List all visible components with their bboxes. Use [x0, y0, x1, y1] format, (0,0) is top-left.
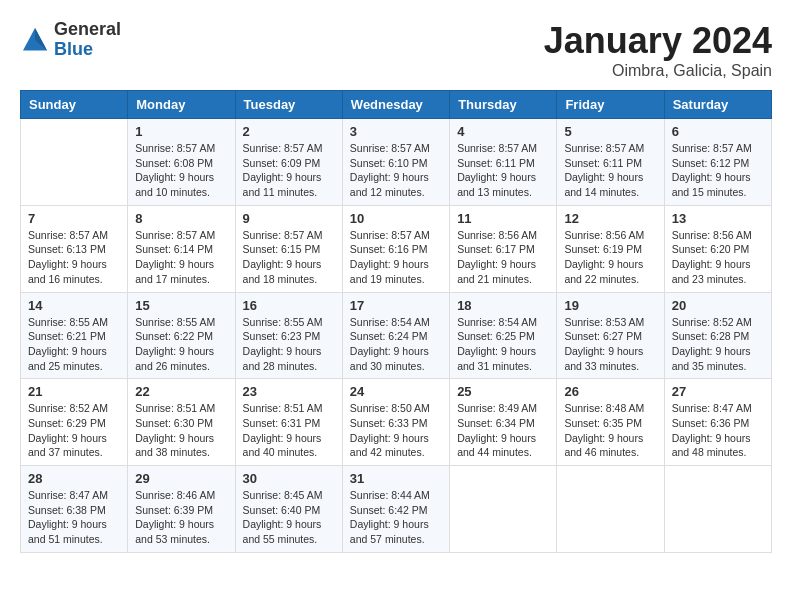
day-number: 8	[135, 211, 227, 226]
calendar-cell: 13Sunrise: 8:56 AM Sunset: 6:20 PM Dayli…	[664, 205, 771, 292]
day-number: 18	[457, 298, 549, 313]
day-number: 15	[135, 298, 227, 313]
weekday-header-saturday: Saturday	[664, 91, 771, 119]
day-info: Sunrise: 8:57 AM Sunset: 6:12 PM Dayligh…	[672, 141, 764, 200]
calendar-cell: 25Sunrise: 8:49 AM Sunset: 6:34 PM Dayli…	[450, 379, 557, 466]
day-number: 27	[672, 384, 764, 399]
calendar-cell: 31Sunrise: 8:44 AM Sunset: 6:42 PM Dayli…	[342, 466, 449, 553]
location-title: Oimbra, Galicia, Spain	[544, 62, 772, 80]
day-info: Sunrise: 8:54 AM Sunset: 6:24 PM Dayligh…	[350, 315, 442, 374]
day-info: Sunrise: 8:45 AM Sunset: 6:40 PM Dayligh…	[243, 488, 335, 547]
calendar-table: SundayMondayTuesdayWednesdayThursdayFrid…	[20, 90, 772, 553]
calendar-cell: 14Sunrise: 8:55 AM Sunset: 6:21 PM Dayli…	[21, 292, 128, 379]
day-info: Sunrise: 8:54 AM Sunset: 6:25 PM Dayligh…	[457, 315, 549, 374]
day-info: Sunrise: 8:57 AM Sunset: 6:09 PM Dayligh…	[243, 141, 335, 200]
page-header: General Blue January 2024 Oimbra, Galici…	[20, 20, 772, 80]
calendar-week-1: 1Sunrise: 8:57 AM Sunset: 6:08 PM Daylig…	[21, 119, 772, 206]
day-info: Sunrise: 8:55 AM Sunset: 6:22 PM Dayligh…	[135, 315, 227, 374]
day-info: Sunrise: 8:47 AM Sunset: 6:36 PM Dayligh…	[672, 401, 764, 460]
day-info: Sunrise: 8:56 AM Sunset: 6:20 PM Dayligh…	[672, 228, 764, 287]
day-number: 5	[564, 124, 656, 139]
calendar-cell: 28Sunrise: 8:47 AM Sunset: 6:38 PM Dayli…	[21, 466, 128, 553]
calendar-cell: 21Sunrise: 8:52 AM Sunset: 6:29 PM Dayli…	[21, 379, 128, 466]
day-info: Sunrise: 8:51 AM Sunset: 6:30 PM Dayligh…	[135, 401, 227, 460]
calendar-cell: 7Sunrise: 8:57 AM Sunset: 6:13 PM Daylig…	[21, 205, 128, 292]
day-info: Sunrise: 8:57 AM Sunset: 6:11 PM Dayligh…	[564, 141, 656, 200]
day-info: Sunrise: 8:46 AM Sunset: 6:39 PM Dayligh…	[135, 488, 227, 547]
calendar-week-5: 28Sunrise: 8:47 AM Sunset: 6:38 PM Dayli…	[21, 466, 772, 553]
calendar-cell	[664, 466, 771, 553]
calendar-cell: 24Sunrise: 8:50 AM Sunset: 6:33 PM Dayli…	[342, 379, 449, 466]
day-number: 24	[350, 384, 442, 399]
day-number: 17	[350, 298, 442, 313]
day-number: 16	[243, 298, 335, 313]
calendar-cell: 10Sunrise: 8:57 AM Sunset: 6:16 PM Dayli…	[342, 205, 449, 292]
day-info: Sunrise: 8:57 AM Sunset: 6:13 PM Dayligh…	[28, 228, 120, 287]
day-info: Sunrise: 8:57 AM Sunset: 6:11 PM Dayligh…	[457, 141, 549, 200]
calendar-cell: 3Sunrise: 8:57 AM Sunset: 6:10 PM Daylig…	[342, 119, 449, 206]
day-info: Sunrise: 8:57 AM Sunset: 6:14 PM Dayligh…	[135, 228, 227, 287]
weekday-header-sunday: Sunday	[21, 91, 128, 119]
day-number: 26	[564, 384, 656, 399]
calendar-cell: 22Sunrise: 8:51 AM Sunset: 6:30 PM Dayli…	[128, 379, 235, 466]
calendar-week-2: 7Sunrise: 8:57 AM Sunset: 6:13 PM Daylig…	[21, 205, 772, 292]
weekday-header-tuesday: Tuesday	[235, 91, 342, 119]
calendar-cell	[450, 466, 557, 553]
day-number: 28	[28, 471, 120, 486]
logo: General Blue	[20, 20, 121, 60]
day-number: 6	[672, 124, 764, 139]
day-number: 25	[457, 384, 549, 399]
day-number: 2	[243, 124, 335, 139]
day-info: Sunrise: 8:51 AM Sunset: 6:31 PM Dayligh…	[243, 401, 335, 460]
day-number: 29	[135, 471, 227, 486]
day-info: Sunrise: 8:52 AM Sunset: 6:29 PM Dayligh…	[28, 401, 120, 460]
calendar-cell: 29Sunrise: 8:46 AM Sunset: 6:39 PM Dayli…	[128, 466, 235, 553]
weekday-header-monday: Monday	[128, 91, 235, 119]
day-number: 11	[457, 211, 549, 226]
weekday-header-friday: Friday	[557, 91, 664, 119]
day-info: Sunrise: 8:50 AM Sunset: 6:33 PM Dayligh…	[350, 401, 442, 460]
calendar-cell: 20Sunrise: 8:52 AM Sunset: 6:28 PM Dayli…	[664, 292, 771, 379]
day-info: Sunrise: 8:57 AM Sunset: 6:15 PM Dayligh…	[243, 228, 335, 287]
calendar-cell: 4Sunrise: 8:57 AM Sunset: 6:11 PM Daylig…	[450, 119, 557, 206]
weekday-header-row: SundayMondayTuesdayWednesdayThursdayFrid…	[21, 91, 772, 119]
day-info: Sunrise: 8:48 AM Sunset: 6:35 PM Dayligh…	[564, 401, 656, 460]
day-info: Sunrise: 8:56 AM Sunset: 6:19 PM Dayligh…	[564, 228, 656, 287]
calendar-cell: 2Sunrise: 8:57 AM Sunset: 6:09 PM Daylig…	[235, 119, 342, 206]
day-number: 14	[28, 298, 120, 313]
day-number: 4	[457, 124, 549, 139]
calendar-cell: 16Sunrise: 8:55 AM Sunset: 6:23 PM Dayli…	[235, 292, 342, 379]
day-info: Sunrise: 8:52 AM Sunset: 6:28 PM Dayligh…	[672, 315, 764, 374]
calendar-week-4: 21Sunrise: 8:52 AM Sunset: 6:29 PM Dayli…	[21, 379, 772, 466]
calendar-cell: 9Sunrise: 8:57 AM Sunset: 6:15 PM Daylig…	[235, 205, 342, 292]
calendar-cell: 11Sunrise: 8:56 AM Sunset: 6:17 PM Dayli…	[450, 205, 557, 292]
day-number: 30	[243, 471, 335, 486]
day-number: 21	[28, 384, 120, 399]
calendar-cell: 15Sunrise: 8:55 AM Sunset: 6:22 PM Dayli…	[128, 292, 235, 379]
title-area: January 2024 Oimbra, Galicia, Spain	[544, 20, 772, 80]
month-title: January 2024	[544, 20, 772, 62]
calendar-cell	[557, 466, 664, 553]
day-number: 22	[135, 384, 227, 399]
logo-general-text: General	[54, 20, 121, 40]
calendar-cell: 23Sunrise: 8:51 AM Sunset: 6:31 PM Dayli…	[235, 379, 342, 466]
weekday-header-thursday: Thursday	[450, 91, 557, 119]
calendar-cell: 8Sunrise: 8:57 AM Sunset: 6:14 PM Daylig…	[128, 205, 235, 292]
day-info: Sunrise: 8:57 AM Sunset: 6:08 PM Dayligh…	[135, 141, 227, 200]
calendar-cell: 5Sunrise: 8:57 AM Sunset: 6:11 PM Daylig…	[557, 119, 664, 206]
day-info: Sunrise: 8:44 AM Sunset: 6:42 PM Dayligh…	[350, 488, 442, 547]
day-number: 19	[564, 298, 656, 313]
calendar-cell	[21, 119, 128, 206]
day-info: Sunrise: 8:53 AM Sunset: 6:27 PM Dayligh…	[564, 315, 656, 374]
calendar-cell: 6Sunrise: 8:57 AM Sunset: 6:12 PM Daylig…	[664, 119, 771, 206]
calendar-cell: 18Sunrise: 8:54 AM Sunset: 6:25 PM Dayli…	[450, 292, 557, 379]
day-number: 1	[135, 124, 227, 139]
day-number: 7	[28, 211, 120, 226]
weekday-header-wednesday: Wednesday	[342, 91, 449, 119]
calendar-cell: 12Sunrise: 8:56 AM Sunset: 6:19 PM Dayli…	[557, 205, 664, 292]
day-number: 23	[243, 384, 335, 399]
day-number: 10	[350, 211, 442, 226]
day-number: 3	[350, 124, 442, 139]
calendar-cell: 17Sunrise: 8:54 AM Sunset: 6:24 PM Dayli…	[342, 292, 449, 379]
logo-icon	[20, 25, 50, 55]
